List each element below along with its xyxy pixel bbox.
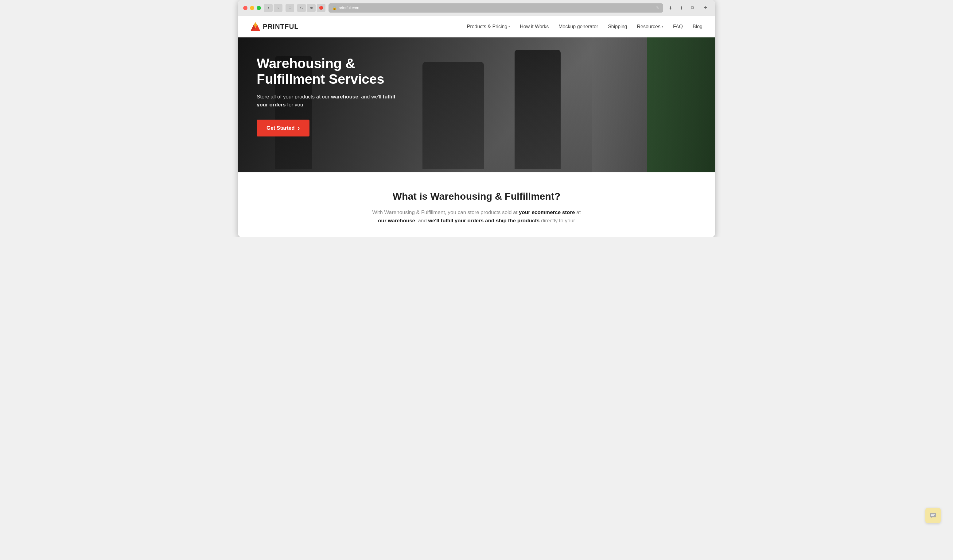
logo[interactable]: PRINTFUL bbox=[250, 22, 299, 32]
nav-resources[interactable]: Resources ▾ bbox=[637, 24, 663, 29]
warehousing-info-section: What is Warehousing & Fulfillment? With … bbox=[238, 172, 715, 237]
forward-button[interactable]: › bbox=[274, 4, 282, 12]
url-text: printful.com bbox=[338, 6, 359, 10]
browser-extensions: 🛡 ⊕ 🔴 bbox=[297, 4, 326, 12]
get-started-button[interactable]: Get Started › bbox=[257, 120, 309, 136]
nav-blog[interactable]: Blog bbox=[693, 24, 703, 29]
hero-section: Warehousing & Fulfillment Services Store… bbox=[238, 37, 715, 172]
browser-titlebar: ‹ › ⊟ 🛡 ⊕ 🔴 🔒 printful.com ↻ ⬇ ⬆ ⧉ + bbox=[238, 0, 715, 16]
nav-products-pricing[interactable]: Products & Pricing ▾ bbox=[467, 24, 510, 29]
browser-window: ‹ › ⊟ 🛡 ⊕ 🔴 🔒 printful.com ↻ ⬇ ⬆ ⧉ + bbox=[238, 0, 715, 237]
nav-shipping[interactable]: Shipping bbox=[608, 24, 627, 29]
add-tab-button[interactable]: + bbox=[701, 4, 710, 12]
reload-icon: ↻ bbox=[656, 6, 660, 10]
extension-search[interactable]: ⊕ bbox=[307, 4, 316, 12]
site-header: PRINTFUL Products & Pricing ▾ How it Wor… bbox=[238, 16, 715, 37]
nav-mockup-generator[interactable]: Mockup generator bbox=[559, 24, 598, 29]
nav-how-it-works[interactable]: How it Works bbox=[520, 24, 549, 29]
browser-actions: ⬇ ⬆ ⧉ bbox=[666, 4, 697, 12]
sidebar-toggle[interactable]: ⊟ bbox=[286, 4, 294, 12]
section-description: With Warehousing & Fulfillment, you can … bbox=[369, 208, 584, 225]
back-button[interactable]: ‹ bbox=[264, 4, 273, 12]
lock-icon: 🔒 bbox=[332, 6, 337, 10]
nav-faq[interactable]: FAQ bbox=[673, 24, 683, 29]
site-nav: Products & Pricing ▾ How it Works Mockup… bbox=[467, 24, 703, 29]
share-button[interactable]: ⬆ bbox=[677, 4, 686, 12]
hero-content: Warehousing & Fulfillment Services Store… bbox=[238, 37, 422, 155]
chevron-down-icon: ▾ bbox=[662, 25, 663, 28]
section-title: What is Warehousing & Fulfillment? bbox=[244, 191, 709, 202]
hero-title: Warehousing & Fulfillment Services bbox=[257, 56, 404, 87]
website-content: PRINTFUL Products & Pricing ▾ How it Wor… bbox=[238, 16, 715, 237]
download-button[interactable]: ⬇ bbox=[666, 4, 675, 12]
arrow-right-icon: › bbox=[298, 125, 300, 131]
hero-subtitle: Store all of your products at our wareho… bbox=[257, 93, 404, 108]
extension-shield[interactable]: 🛡 bbox=[297, 4, 306, 12]
browser-nav-buttons: ‹ › bbox=[264, 4, 282, 12]
logo-icon bbox=[250, 22, 260, 32]
minimize-button[interactable] bbox=[250, 6, 254, 10]
address-bar[interactable]: 🔒 printful.com ↻ bbox=[329, 3, 663, 12]
tab-overview-button[interactable]: ⧉ bbox=[688, 4, 697, 12]
traffic-lights bbox=[243, 6, 261, 10]
extension-block[interactable]: 🔴 bbox=[317, 4, 326, 12]
logo-text: PRINTFUL bbox=[263, 23, 299, 31]
close-button[interactable] bbox=[243, 6, 247, 10]
maximize-button[interactable] bbox=[257, 6, 261, 10]
chevron-down-icon: ▾ bbox=[508, 25, 510, 28]
